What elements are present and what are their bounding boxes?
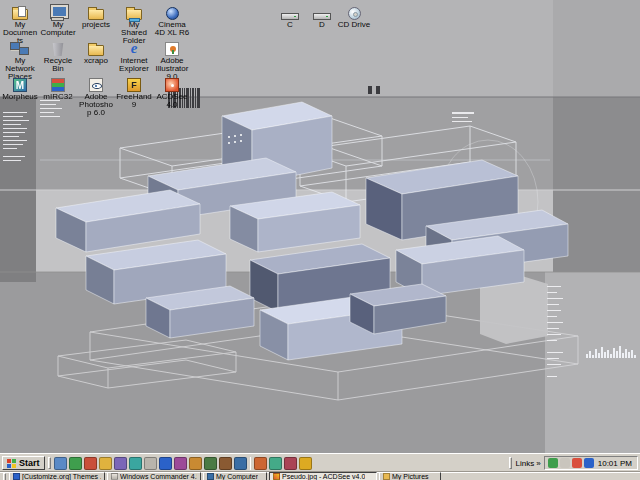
- icon-art-zone: [154, 38, 190, 56]
- icon-art-zone: [40, 74, 76, 92]
- toolbar-grip[interactable]: [3, 473, 6, 480]
- window-label: [Customize.org] Themes ...: [22, 473, 101, 480]
- links-label: Links: [516, 459, 535, 468]
- quicklaunch-12-icon[interactable]: [219, 457, 232, 470]
- quicklaunch-8-icon[interactable]: [159, 457, 172, 470]
- icon-art-zone: [304, 2, 340, 20]
- toolbar-grip[interactable]: [48, 457, 51, 469]
- icon-label: My Computer: [40, 21, 76, 37]
- window-label: My Pictures: [392, 473, 429, 480]
- icon-art-zone: [116, 2, 152, 20]
- icon-label: FreeHand 9: [116, 93, 152, 109]
- icon-label: C: [272, 21, 308, 29]
- icon-art-zone: [2, 2, 38, 20]
- desktop-icon-drive-c[interactable]: C: [272, 2, 308, 29]
- tray-4-icon[interactable]: [584, 458, 594, 468]
- window-label: My Computer: [216, 473, 258, 480]
- system-tray: 10:01 PM: [544, 456, 638, 470]
- taskbar-window-customize-org[interactable]: [Customize.org] Themes ...: [9, 472, 105, 480]
- icon-art-zone: F: [116, 74, 152, 92]
- icon-art-zone: [78, 2, 114, 20]
- tray-2-icon[interactable]: [560, 458, 570, 468]
- cinema-4d-icon: [166, 7, 179, 20]
- quicklaunch-7-icon[interactable]: [144, 457, 157, 470]
- desktop-icon-drive-d[interactable]: D: [304, 2, 340, 29]
- desktop-icon-freehand[interactable]: F FreeHand 9: [116, 74, 152, 109]
- quicklaunch-14-icon[interactable]: [254, 457, 267, 470]
- quicklaunch-3-icon[interactable]: [84, 457, 97, 470]
- icon-art-zone: [154, 74, 190, 92]
- icon-art-zone: M: [2, 74, 38, 92]
- folder-icon: [88, 45, 104, 56]
- toolbar-grip[interactable]: [509, 457, 512, 469]
- icon-art-zone: [40, 2, 76, 20]
- toolbar-separator: [250, 457, 251, 470]
- quicklaunch-9-icon[interactable]: [174, 457, 187, 470]
- icon-art-zone: [40, 38, 76, 56]
- quicklaunch-16-icon[interactable]: [284, 457, 297, 470]
- window-label: Windows Commander 4.54...: [120, 473, 197, 480]
- window-icon: [207, 473, 214, 480]
- quicklaunch-4-icon[interactable]: [99, 457, 112, 470]
- quicklaunch-10-icon[interactable]: [189, 457, 202, 470]
- quicklaunch-13-icon[interactable]: [234, 457, 247, 470]
- desktop-icon-acdsee[interactable]: ACDSee 4.0: [154, 74, 190, 109]
- icon-art-zone: [272, 2, 308, 20]
- icon-art-zone: [78, 74, 114, 92]
- desktop-icon-morpheus[interactable]: M Morpheus: [2, 74, 38, 101]
- window-icon: [13, 473, 20, 480]
- my-computer-icon: [49, 5, 67, 20]
- tray-3-icon[interactable]: [572, 458, 582, 468]
- icon-label: Adobe Photoshop 6.0: [78, 93, 114, 117]
- quicklaunch-6-icon[interactable]: [129, 457, 142, 470]
- quicklaunch-1-icon[interactable]: [54, 457, 67, 470]
- taskbar-window-windows-commander[interactable]: Windows Commander 4.54...: [107, 472, 201, 480]
- desktop-icon-cd-drive[interactable]: CD Drive: [336, 2, 372, 29]
- icon-label: Internet Explorer: [116, 57, 152, 73]
- shared-folder-icon: [126, 9, 142, 20]
- taskbar-window-my-pictures[interactable]: My Pictures: [379, 472, 441, 480]
- window-icon: [383, 473, 390, 480]
- tray-1-icon[interactable]: [548, 458, 558, 468]
- my-documents-icon: [12, 9, 28, 20]
- chevron-right-icon[interactable]: »: [536, 459, 540, 468]
- window-label: Pseudo.jpg - ACDSee v4.0: [282, 473, 365, 480]
- quicklaunch-5-icon[interactable]: [114, 457, 127, 470]
- desktop-icon-mirc32[interactable]: mIRC32: [40, 74, 76, 101]
- icon-art-zone: [2, 38, 38, 56]
- taskbar-window-my-computer[interactable]: My Computer: [203, 472, 267, 480]
- quicklaunch-11-icon[interactable]: [204, 457, 217, 470]
- taskbar-row-windows: [Customize.org] Themes ... Windows Comma…: [0, 471, 640, 480]
- taskbar: Start Links »: [0, 453, 640, 480]
- links-toolbar[interactable]: Links »: [516, 459, 541, 468]
- desktop-icon-projects[interactable]: projects: [78, 2, 114, 29]
- mirc-icon: [51, 78, 65, 92]
- start-label: Start: [19, 458, 40, 468]
- desktop-icon-internet-explorer[interactable]: e Internet Explorer: [116, 38, 152, 73]
- desktop-icon-my-computer[interactable]: My Computer: [40, 2, 76, 37]
- quicklaunch-2-icon[interactable]: [69, 457, 82, 470]
- internet-explorer-icon: e: [126, 40, 142, 56]
- folder-icon: [88, 9, 104, 20]
- network-icon: [10, 42, 30, 56]
- taskbar-window-acdsee[interactable]: Pseudo.jpg - ACDSee v4.0: [269, 472, 377, 480]
- quicklaunch-17-icon[interactable]: [299, 457, 312, 470]
- morpheus-icon: M: [13, 78, 27, 92]
- desktop: My Documents My Computer projects My Sha…: [0, 0, 640, 453]
- desktop-icon-xcrapo[interactable]: xcrapo: [78, 38, 114, 65]
- start-button[interactable]: Start: [2, 456, 45, 470]
- tray-clock[interactable]: 10:01 PM: [596, 459, 634, 468]
- desktop-icon-recycle-bin[interactable]: Recycle Bin: [40, 38, 76, 73]
- icon-label: Morpheus: [2, 93, 38, 101]
- taskbar-row-main: Start Links »: [0, 454, 640, 471]
- icon-art-zone: [154, 2, 190, 20]
- drive-icon: [281, 13, 299, 20]
- drive-icon: [313, 13, 331, 20]
- desktop-icon-adobe-photoshop[interactable]: Adobe Photoshop 6.0: [78, 74, 114, 117]
- icon-art-zone: [336, 2, 372, 20]
- cd-disc-icon: [348, 7, 361, 20]
- quicklaunch-15-icon[interactable]: [269, 457, 282, 470]
- desktop-icon-cinema-4d[interactable]: Cinema 4D XL R6: [154, 2, 190, 37]
- icon-art-zone: e: [116, 38, 152, 56]
- icon-art-zone: [78, 38, 114, 56]
